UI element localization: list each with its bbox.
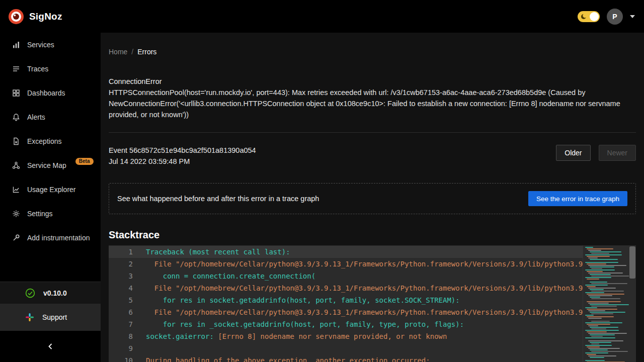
code-block[interactable]: 1Traceback (most recent call last):2 Fil…	[109, 245, 636, 362]
line-number: 2	[109, 258, 133, 270]
breadcrumb-separator: /	[131, 48, 133, 56]
sidebar-item-label: Add instrumentation	[27, 234, 90, 242]
event-timestamp: Jul 14 2022 03:59:48 PM	[109, 156, 256, 167]
event-id: Event 56c8572c51e94bc9a2f501a81390a054	[109, 145, 256, 156]
sidebar-item-add-instrumentation[interactable]: Add instrumentation	[0, 226, 101, 250]
sidebar-item-label: Exceptions	[27, 137, 61, 145]
sidebar-item-label: Services	[27, 41, 54, 49]
version-label: v0.10.0	[43, 289, 67, 297]
sidebar-collapse-button[interactable]	[0, 331, 101, 362]
code-lines: 1Traceback (most recent call last):2 Fil…	[109, 245, 636, 362]
breadcrumb: Home / Errors	[109, 48, 636, 56]
line-number: 6	[109, 306, 133, 318]
sidebar-item-dashboards[interactable]: Dashboards	[0, 81, 101, 105]
topbar: SigNoz P	[0, 0, 644, 33]
line-number: 5	[109, 294, 133, 306]
line-number: 1	[109, 246, 133, 258]
error-message: HTTPSConnectionPool(host='run.mockdy.io'…	[109, 87, 636, 120]
sidebar-item-service-map[interactable]: Service Map Beta	[0, 153, 101, 177]
sidebar-item-usage-explorer[interactable]: Usage Explorer	[0, 177, 101, 202]
breadcrumb-home-link[interactable]: Home	[109, 48, 127, 56]
sidebar: Services Traces Dashboards Alerts	[0, 33, 101, 362]
code-line: 1Traceback (most recent call last):	[109, 246, 636, 258]
support-row[interactable]: Support	[0, 304, 101, 331]
code-line: 8socket.gaierror: [Errno 8] nodename nor…	[109, 330, 636, 342]
theme-toggle[interactable]	[578, 11, 600, 22]
newer-button[interactable]: Newer	[599, 145, 636, 161]
code-line: 10During handling of the above exception…	[109, 354, 636, 362]
service-map-nodes-icon	[12, 161, 20, 169]
bell-icon	[12, 113, 20, 121]
main-content: Home / Errors ConnectionError HTTPSConne…	[101, 33, 644, 362]
code-line: 4 File "/opt/homebrew/Cellar/python@3.9/…	[109, 282, 636, 294]
sidebar-item-services[interactable]: Services	[0, 33, 101, 57]
trace-cta-banner: See what happened before and after this …	[109, 183, 636, 214]
line-number: 7	[109, 318, 133, 330]
sidebar-item-label: Settings	[27, 210, 53, 218]
brand[interactable]: SigNoz	[0, 9, 62, 25]
signoz-logo-icon	[8, 9, 24, 25]
exception-file-icon	[12, 137, 20, 145]
sidebar-item-exceptions[interactable]: Exceptions	[0, 129, 101, 153]
gear-icon	[12, 210, 20, 218]
sidebar-item-label: Traces	[27, 65, 48, 73]
line-number: 3	[109, 270, 133, 282]
line-number: 4	[109, 282, 133, 294]
older-button[interactable]: Older	[556, 145, 590, 161]
list-icon	[12, 65, 20, 73]
code-line: 5 for res in socket.getaddrinfo(host, po…	[109, 294, 636, 306]
bar-chart-icon	[12, 41, 20, 49]
check-circle-icon	[25, 288, 35, 298]
code-line: 2 File "/opt/homebrew/Cellar/python@3.9/…	[109, 258, 636, 270]
avatar[interactable]: P	[607, 9, 623, 25]
sidebar-item-label: Usage Explorer	[27, 186, 76, 194]
brand-title: SigNoz	[29, 11, 62, 22]
code-line: 6 File "/opt/homebrew/Cellar/python@3.9/…	[109, 306, 636, 318]
version-row: v0.10.0	[0, 282, 101, 304]
stacktrace-title: Stacktrace	[109, 229, 636, 241]
error-type-title: ConnectionError	[109, 76, 636, 87]
code-minimap	[583, 245, 629, 362]
trace-cta-text: See what happened before and after this …	[117, 195, 319, 203]
see-error-in-trace-graph-button[interactable]: See the error in trace graph	[528, 191, 627, 206]
sidebar-item-traces[interactable]: Traces	[0, 57, 101, 81]
chevron-down-icon[interactable]	[630, 15, 635, 18]
code-line: 3 conn = connection.create_connection(	[109, 270, 636, 282]
code-scrollbar	[629, 245, 636, 362]
sidebar-item-label: Dashboards	[27, 89, 65, 97]
wrench-icon	[12, 234, 20, 242]
scrollbar-thumb[interactable]	[629, 246, 635, 279]
sidebar-item-label: Service Map	[27, 161, 66, 169]
beta-badge: Beta	[75, 158, 94, 165]
line-chart-icon	[12, 186, 20, 194]
event-navigation: Event 56c8572c51e94bc9a2f501a81390a054 J…	[109, 145, 636, 167]
switch-knob	[590, 12, 599, 21]
sidebar-item-settings[interactable]: Settings	[0, 202, 101, 226]
line-number: 10	[109, 354, 133, 362]
line-number: 9	[109, 342, 133, 354]
line-number: 8	[109, 330, 133, 342]
chevron-left-icon	[47, 343, 53, 350]
dashboard-grid-icon	[12, 89, 20, 97]
code-line: 9	[109, 342, 636, 354]
support-label: Support	[42, 313, 67, 321]
breadcrumb-current: Errors	[137, 48, 156, 56]
sidebar-item-label: Alerts	[27, 113, 45, 121]
sidebar-item-alerts[interactable]: Alerts	[0, 105, 101, 129]
divider	[109, 132, 636, 133]
code-line: 7 for res in _socket.getaddrinfo(host, p…	[109, 318, 636, 330]
moon-icon	[580, 13, 588, 21]
slack-icon	[25, 313, 34, 322]
